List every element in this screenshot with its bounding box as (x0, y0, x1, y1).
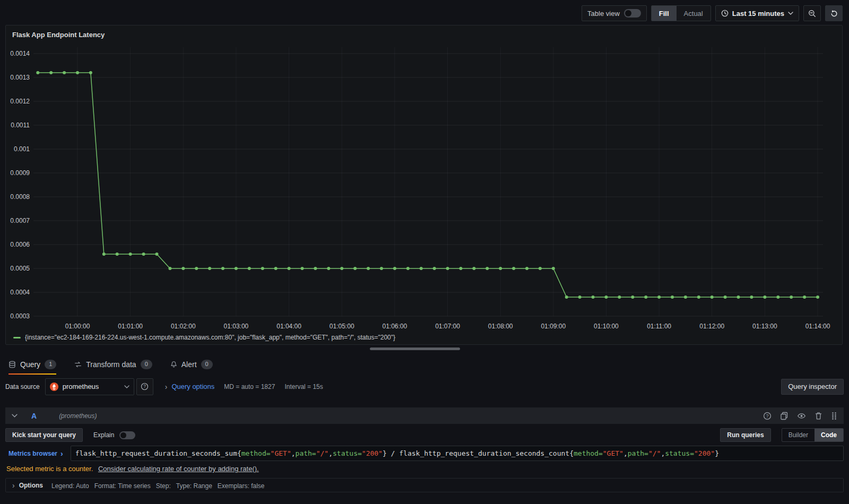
svg-text:01:11:00: 01:11:00 (647, 323, 671, 330)
bell-icon (170, 361, 177, 368)
panel-toolbar: Table view Fill Actual Last 15 minutes (582, 5, 843, 21)
svg-text:?: ? (143, 384, 146, 389)
latency-panel: Flask App Endpoint Latency 01:00:0001:01… (5, 25, 843, 345)
explain-toggle[interactable] (119, 431, 135, 439)
query-editor-section: A (prometheus) ? Kick start your query E… (5, 407, 844, 492)
svg-text:01:13:00: 01:13:00 (752, 323, 777, 330)
help-circle-icon: ? (141, 383, 149, 390)
svg-text:01:07:00: 01:07:00 (435, 323, 460, 330)
prometheus-logo-icon (50, 383, 58, 391)
svg-text:0.0006: 0.0006 (10, 241, 30, 248)
svg-text:0.0008: 0.0008 (10, 193, 30, 201)
query-options-summary-row[interactable]: › Options Legend: AutoFormat: Time serie… (5, 478, 844, 492)
query-options-toggle[interactable]: › Query options (165, 383, 215, 391)
option-summary-item: Format: Time series (94, 482, 151, 490)
duplicate-icon[interactable] (780, 412, 789, 420)
tab-query-badge: 1 (45, 360, 56, 369)
metrics-browser-toggle[interactable]: Metrics browser › (5, 449, 65, 458)
tab-query-label: Query (20, 360, 40, 369)
svg-text:01:14:00: 01:14:00 (805, 323, 830, 330)
svg-text:01:09:00: 01:09:00 (541, 323, 566, 330)
horizontal-scrollbar-thumb[interactable] (370, 347, 460, 350)
query-datasource-hint: (prometheus) (59, 412, 97, 420)
fill-button[interactable]: Fill (652, 6, 677, 21)
time-range-picker[interactable]: Last 15 minutes (715, 5, 799, 21)
svg-text:0.0003: 0.0003 (10, 312, 30, 320)
svg-text:01:10:00: 01:10:00 (594, 323, 619, 330)
chevron-right-icon: › (165, 383, 168, 391)
svg-text:01:05:00: 01:05:00 (330, 323, 354, 330)
toggle-knob (625, 10, 631, 16)
code-mode-button[interactable]: Code (815, 429, 843, 441)
query-toolbar-row: Kick start your query Explain Run querie… (5, 428, 844, 442)
query-row-actions: ? (763, 412, 837, 420)
trash-icon[interactable] (815, 412, 822, 420)
svg-text:0.001: 0.001 (14, 145, 30, 153)
refresh-icon (830, 10, 838, 18)
panel-title: Flask App Endpoint Latency (12, 31, 105, 39)
legend-series-label: {instance="ec2-184-169-216-224.us-west-1… (25, 334, 395, 341)
refresh-button[interactable] (825, 5, 843, 21)
chevron-right-icon: › (12, 481, 15, 490)
option-summary-item: Type: Range (176, 482, 212, 490)
tab-alert-badge: 0 (201, 360, 213, 369)
datasource-bar: Data source prometheus ? › Query options… (5, 378, 844, 395)
svg-text:0.0009: 0.0009 (10, 169, 30, 177)
explain-label: Explain (93, 431, 114, 439)
svg-text:01:04:00: 01:04:00 (276, 323, 301, 330)
query-input-row: Metrics browser › flask_http_request_dur… (5, 446, 844, 461)
zoom-out-button[interactable] (803, 5, 821, 21)
query-options-label: Query options (171, 383, 214, 390)
svg-text:0.0013: 0.0013 (10, 74, 30, 81)
svg-text:01:03:00: 01:03:00 (224, 323, 249, 330)
datasource-label: Data source (5, 383, 40, 390)
kick-start-query-button[interactable]: Kick start your query (5, 428, 83, 442)
metrics-browser-label: Metrics browser (8, 450, 57, 457)
datasource-select[interactable]: prometheus (45, 378, 134, 395)
clock-icon (721, 10, 729, 17)
svg-text:01:02:00: 01:02:00 (171, 323, 196, 330)
svg-text:0.0007: 0.0007 (10, 217, 30, 224)
tab-transform-data[interactable]: Transform data 0 (74, 355, 152, 373)
svg-text:01:00:00: 01:00:00 (65, 323, 90, 330)
chevron-down-icon (788, 12, 793, 15)
query-row-header[interactable]: A (prometheus) ? (5, 407, 844, 424)
option-summary-item: Exemplars: false (218, 482, 265, 490)
run-queries-button[interactable]: Run queries (720, 428, 770, 442)
latency-chart[interactable]: 01:00:0001:01:0001:02:0001:03:0001:04:00… (10, 41, 838, 334)
promql-query-text: flask_http_request_duration_seconds_sum{… (75, 449, 719, 457)
tab-transform-badge: 0 (141, 360, 152, 369)
chart-legend[interactable]: {instance="ec2-184-169-216-224.us-west-1… (13, 334, 395, 341)
collapse-chevron-down-icon[interactable] (12, 414, 18, 418)
time-range-label: Last 15 minutes (732, 10, 784, 18)
tab-alert-label: Alert (181, 360, 197, 369)
promql-query-input[interactable]: flask_http_request_duration_seconds_sum{… (71, 446, 844, 461)
chevron-down-icon (124, 385, 129, 388)
magnifier-minus-icon (808, 10, 816, 18)
svg-text:0.0005: 0.0005 (10, 265, 30, 272)
table-view-toggle[interactable] (624, 9, 641, 18)
query-inspector-button[interactable]: Query inspector (781, 379, 844, 395)
query-help-icon[interactable]: ? (763, 412, 772, 420)
transform-icon (74, 361, 82, 368)
datasource-selected-value: prometheus (63, 383, 120, 390)
counter-warning-row: Selected metric is a counter. Consider c… (5, 465, 844, 473)
datasource-help-button[interactable]: ? (136, 378, 153, 395)
eye-icon[interactable] (797, 412, 806, 420)
builder-mode-button[interactable]: Builder (782, 429, 815, 441)
max-data-points-text: MD = auto = 1827 (224, 383, 275, 390)
tab-alert[interactable]: Alert 0 (170, 355, 213, 373)
builder-code-group: Builder Code (782, 428, 844, 442)
add-rate-link[interactable]: Consider calculating rate of counter by … (98, 465, 259, 473)
drag-handle-icon[interactable] (831, 412, 837, 420)
svg-text:?: ? (766, 413, 768, 419)
actual-button[interactable]: Actual (677, 6, 711, 21)
legend-series-swatch (13, 337, 21, 338)
counter-warning-text: Selected metric is a counter. (6, 465, 93, 473)
svg-text:0.0011: 0.0011 (11, 121, 30, 129)
svg-text:01:01:00: 01:01:00 (118, 323, 143, 330)
toggle-knob (120, 432, 126, 438)
options-summary-list: Legend: AutoFormat: Time seriesStep:Type… (51, 481, 270, 490)
tab-query[interactable]: Query 1 (8, 355, 56, 373)
table-view-control[interactable]: Table view (582, 5, 647, 21)
